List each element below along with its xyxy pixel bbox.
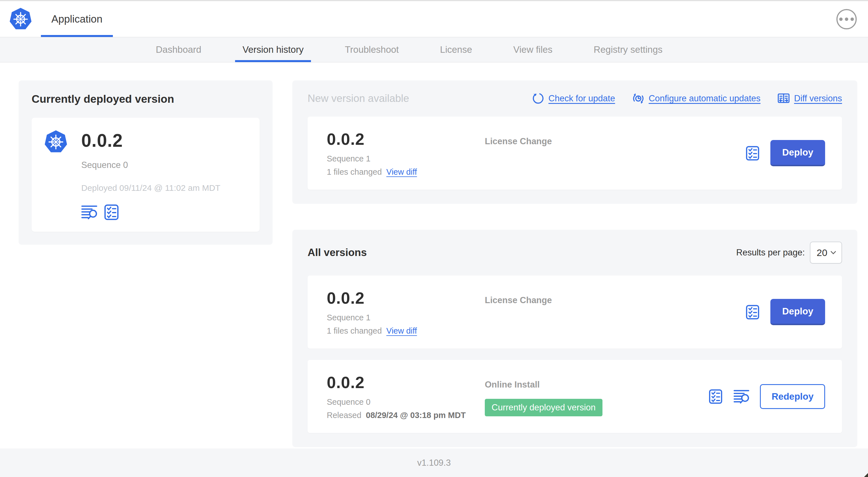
version-sequence: Sequence 0 bbox=[327, 397, 485, 407]
version-source-label: License Change bbox=[485, 136, 745, 147]
view-logs-button[interactable] bbox=[81, 204, 98, 220]
check-for-update-link[interactable]: Check for update bbox=[532, 92, 615, 105]
kubernetes-logo-icon bbox=[7, 8, 34, 31]
all-versions-section: All versions Results per page: 20 0.0.2 … bbox=[292, 230, 857, 447]
nav-tab-troubleshoot[interactable]: Troubleshoot bbox=[345, 37, 399, 62]
files-changed-label: 1 files changed bbox=[327, 326, 382, 336]
deployed-sequence: Sequence 0 bbox=[81, 160, 220, 170]
logs-icon bbox=[734, 389, 750, 404]
checklist-icon bbox=[708, 389, 723, 404]
more-options-button[interactable] bbox=[836, 9, 857, 29]
files-changed-label: 1 files changed bbox=[327, 168, 382, 177]
version-row: 0.0.2 Sequence 0 Released 08/29/24 @ 03:… bbox=[308, 360, 842, 433]
application-tab[interactable]: Application bbox=[51, 1, 102, 37]
nav-tab-view-files[interactable]: View files bbox=[513, 37, 553, 62]
results-per-page-select[interactable]: 20 bbox=[810, 242, 842, 264]
preflight-checks-button[interactable] bbox=[745, 146, 760, 161]
view-logs-button[interactable] bbox=[734, 389, 750, 404]
deploy-button[interactable]: Deploy bbox=[770, 140, 825, 166]
new-version-row: 0.0.2 Sequence 1 1 files changed View di… bbox=[308, 117, 842, 190]
logs-icon bbox=[81, 204, 98, 220]
currently-deployed-badge: Currently deployed version bbox=[485, 399, 602, 416]
redeploy-button[interactable]: Redeploy bbox=[760, 384, 825, 409]
diff-icon bbox=[777, 92, 790, 105]
nav-tab-license[interactable]: License bbox=[440, 37, 472, 62]
preflight-checks-button[interactable] bbox=[103, 204, 120, 220]
deployed-timestamp: Deployed 09/11/24 @ 11:02 am MDT bbox=[81, 183, 220, 193]
checklist-icon bbox=[103, 204, 120, 220]
auto-update-icon bbox=[632, 92, 645, 105]
version-number: 0.0.2 bbox=[327, 289, 485, 307]
cursor-artifact bbox=[864, 473, 868, 477]
app-header: Application bbox=[0, 1, 868, 37]
app-footer: v1.109.3 bbox=[0, 448, 868, 477]
nav-tab-version-history[interactable]: Version history bbox=[242, 37, 303, 62]
version-sequence: Sequence 1 bbox=[327, 154, 485, 163]
view-diff-link[interactable]: View diff bbox=[386, 326, 417, 336]
released-label: Released bbox=[327, 411, 362, 420]
released-date: 08/29/24 @ 03:18 pm MDT bbox=[366, 411, 466, 420]
deployed-version-number: 0.0.2 bbox=[81, 130, 220, 151]
diff-versions-link[interactable]: Diff versions bbox=[777, 92, 842, 105]
deploy-button[interactable]: Deploy bbox=[770, 299, 825, 325]
configure-automatic-updates-link[interactable]: Configure automatic updates bbox=[632, 92, 761, 105]
currently-deployed-version-card: 0.0.2 Sequence 0 Deployed 09/11/24 @ 11:… bbox=[32, 118, 259, 232]
version-row: 0.0.2 Sequence 1 1 files changed View di… bbox=[308, 275, 842, 349]
preflight-checks-button[interactable] bbox=[708, 389, 723, 404]
version-source-label: Online Install bbox=[485, 380, 708, 390]
checklist-icon bbox=[745, 146, 760, 161]
version-sequence: Sequence 1 bbox=[327, 313, 485, 322]
main-content: Currently deployed version 0.0. bbox=[0, 62, 868, 447]
currently-deployed-title: Currently deployed version bbox=[32, 93, 259, 105]
nav-tab-dashboard[interactable]: Dashboard bbox=[156, 37, 201, 62]
version-source-label: License Change bbox=[485, 295, 745, 305]
chevron-down-icon bbox=[830, 249, 837, 256]
console-version: v1.109.3 bbox=[417, 458, 451, 468]
nav-tab-registry-settings[interactable]: Registry settings bbox=[594, 37, 662, 62]
new-version-section: New version available Check for update bbox=[292, 81, 857, 204]
results-per-page-label: Results per page: bbox=[736, 247, 805, 258]
refresh-icon bbox=[532, 92, 544, 105]
checklist-icon bbox=[745, 304, 760, 320]
all-versions-title: All versions bbox=[308, 247, 367, 259]
preflight-checks-button[interactable] bbox=[745, 304, 760, 320]
version-number: 0.0.2 bbox=[327, 373, 485, 392]
kubernetes-app-icon bbox=[42, 130, 69, 154]
view-diff-link[interactable]: View diff bbox=[386, 168, 417, 177]
version-number: 0.0.2 bbox=[327, 129, 485, 148]
ellipsis-icon bbox=[839, 18, 854, 21]
currently-deployed-card: Currently deployed version 0.0. bbox=[19, 81, 273, 245]
app-nav: Dashboard Version history Troubleshoot L… bbox=[0, 37, 868, 62]
new-version-title: New version available bbox=[308, 93, 409, 105]
